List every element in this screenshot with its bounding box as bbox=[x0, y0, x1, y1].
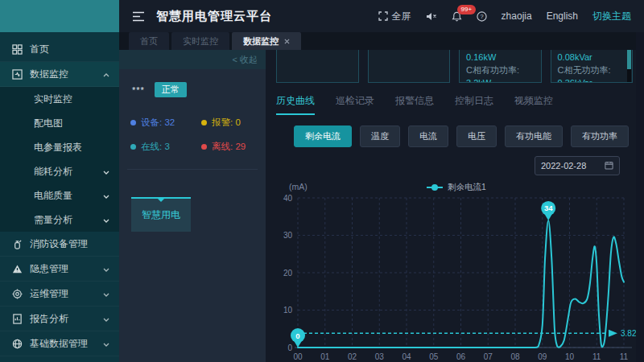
tab-alarm-info[interactable]: 报警信息 bbox=[395, 94, 434, 115]
sidebar-item-label: 报告分析 bbox=[30, 312, 68, 326]
sidebar-item-base-data[interactable]: 基础数据管理 bbox=[0, 331, 119, 356]
chart-legend[interactable]: 剩余电流1 bbox=[427, 182, 486, 193]
svg-text:10: 10 bbox=[283, 306, 293, 315]
svg-text:10: 10 bbox=[565, 352, 575, 361]
line-chart[interactable]: 010203040000102030405060708091011113.820… bbox=[276, 195, 644, 362]
date-picker[interactable]: 2022-02-28 bbox=[535, 156, 620, 175]
filter-temperature[interactable]: 温度 bbox=[360, 125, 400, 147]
svg-text:07: 07 bbox=[484, 352, 493, 361]
submenu-item-realtime[interactable]: 实时监控 bbox=[0, 87, 119, 111]
data-monitor-icon bbox=[11, 68, 23, 80]
metric-card[interactable] bbox=[368, 50, 451, 83]
mute-icon bbox=[426, 12, 437, 21]
page-title: 智慧用电管理云平台 bbox=[156, 9, 272, 24]
sidebar-item-home[interactable]: 首页 bbox=[0, 37, 119, 62]
submenu-item-energy[interactable]: 能耗分析 bbox=[0, 159, 119, 183]
tab-history-curve[interactable]: 历史曲线 bbox=[276, 94, 315, 115]
tab-video-monitor[interactable]: 视频监控 bbox=[514, 94, 553, 115]
sidebar-item-label: 首页 bbox=[30, 43, 49, 56]
help-button[interactable]: ? bbox=[477, 11, 487, 22]
tree-node-smart-power[interactable]: 智慧用电 bbox=[131, 197, 191, 232]
tab-data-monitor[interactable]: 数据监控 bbox=[232, 32, 301, 50]
sidebar-item-label: 运维管理 bbox=[30, 287, 68, 301]
notifications-button[interactable]: 99+ bbox=[452, 11, 462, 22]
svg-text:34: 34 bbox=[544, 204, 553, 212]
filter-current[interactable]: 电流 bbox=[408, 125, 448, 147]
close-icon[interactable] bbox=[284, 36, 290, 46]
submenu-item-demand[interactable]: 需量分析 bbox=[0, 208, 119, 232]
tab-home[interactable]: 首页 bbox=[129, 32, 169, 50]
svg-text:11: 11 bbox=[620, 352, 629, 361]
chevron-down-icon bbox=[103, 214, 109, 225]
svg-text:08: 08 bbox=[510, 352, 520, 361]
collapse-panel-button[interactable]: < 收起 bbox=[119, 50, 266, 69]
metric-card[interactable]: 0.16kW C相有功功率: 3.2kW bbox=[459, 50, 542, 83]
username[interactable]: zhaojia bbox=[502, 10, 532, 22]
svg-text:30: 30 bbox=[283, 231, 293, 240]
home-icon bbox=[11, 43, 23, 55]
metric-filter-buttons: 剩余电流 温度 电流 电压 有功电能 有功功率 无功功率 线电压 bbox=[294, 125, 634, 147]
masked-device-name: *** bbox=[132, 85, 145, 95]
mute-button[interactable] bbox=[426, 12, 437, 21]
sidebar-item-label: 隐患管理 bbox=[30, 262, 68, 276]
chevron-down-icon bbox=[103, 190, 109, 201]
svg-text:0: 0 bbox=[287, 343, 292, 352]
filter-residual-current[interactable]: 剩余电流 bbox=[294, 125, 352, 147]
sidebar-item-hazard[interactable]: 隐患管理 bbox=[0, 257, 119, 282]
svg-text:40: 40 bbox=[283, 195, 293, 203]
metric-card[interactable] bbox=[276, 50, 359, 83]
sidebar: 首页 数据监控 实时监控 配电图 电参量报表 能耗分析 电能质量 需量分析 bbox=[0, 0, 119, 362]
sidebar-item-fire-equipment[interactable]: 消防设备管理 bbox=[0, 232, 119, 257]
svg-text:00: 00 bbox=[293, 352, 303, 361]
hazard-icon bbox=[11, 263, 23, 274]
notification-badge: 99+ bbox=[457, 5, 477, 14]
menu-fold-icon[interactable] bbox=[132, 11, 145, 22]
tab-inspection-records[interactable]: 巡检记录 bbox=[336, 94, 374, 115]
chevron-down-icon bbox=[103, 263, 109, 274]
svg-text:04: 04 bbox=[402, 352, 411, 361]
theme-switch[interactable]: 切换主题 bbox=[592, 10, 631, 23]
sidebar-item-label: 数据监控 bbox=[30, 68, 68, 81]
stat-devices: 设备: 32 bbox=[130, 117, 201, 129]
chart-header: (mA) 剩余电流1 bbox=[276, 182, 634, 193]
fullscreen-icon bbox=[378, 11, 388, 21]
stat-online: 在线: 3 bbox=[130, 141, 201, 153]
logo-block bbox=[0, 0, 119, 32]
svg-text:06: 06 bbox=[456, 352, 466, 361]
tab-control-log[interactable]: 控制日志 bbox=[455, 94, 493, 115]
filter-voltage[interactable]: 电压 bbox=[456, 125, 497, 147]
submenu-item-quality[interactable]: 电能质量 bbox=[0, 183, 119, 208]
tab-realtime[interactable]: 实时监控 bbox=[171, 32, 229, 50]
submenu-item-report[interactable]: 电参量报表 bbox=[0, 135, 119, 159]
card-scrollbar[interactable] bbox=[627, 50, 631, 82]
svg-text:3.82: 3.82 bbox=[621, 329, 637, 338]
stat-dot bbox=[130, 144, 136, 150]
chevron-down-icon bbox=[103, 288, 109, 299]
sidebar-submenu: 实时监控 配电图 电参量报表 能耗分析 电能质量 需量分析 bbox=[0, 87, 119, 232]
submenu-item-distribution[interactable]: 配电图 bbox=[0, 111, 119, 135]
device-tree-panel: < 收起 *** 正常 设备: 32 报警: 0 在线: 3 离线: 29 智慧… bbox=[119, 50, 266, 362]
operations-icon bbox=[11, 288, 23, 299]
chevron-down-icon bbox=[103, 166, 109, 177]
svg-text:05: 05 bbox=[429, 352, 439, 361]
metric-cards: 0.16kW C相有功功率: 3.2kW 0.08kVar C相无功功率: 0.… bbox=[276, 50, 633, 83]
metric-card[interactable]: 0.08kVar C相无功功率: 0.36kVar bbox=[551, 50, 634, 83]
main-content: 0.16kW C相有功功率: 3.2kW 0.08kVar C相无功功率: 0.… bbox=[266, 50, 644, 362]
stat-alarms: 报警: 0 bbox=[201, 117, 266, 129]
header: 智慧用电管理云平台 全屏 99+ ? zhaojia English 切换主题 bbox=[119, 0, 644, 32]
detail-tabs: 历史曲线 巡检记录 报警信息 控制日志 视频监控 bbox=[276, 94, 634, 115]
tab-bar: 首页 实时监控 数据监控 bbox=[119, 32, 644, 50]
fullscreen-button[interactable]: 全屏 bbox=[378, 10, 411, 23]
question-icon: ? bbox=[477, 11, 487, 22]
sidebar-item-label: 基础数据管理 bbox=[30, 337, 88, 351]
stat-dot bbox=[201, 144, 207, 150]
fire-equipment-icon bbox=[11, 238, 23, 249]
filter-active-energy[interactable]: 有功电能 bbox=[505, 125, 563, 147]
page-scrollbar[interactable] bbox=[636, 32, 644, 362]
sidebar-item-data-monitor[interactable]: 数据监控 bbox=[0, 62, 119, 87]
language-switch[interactable]: English bbox=[547, 10, 578, 22]
filter-active-power[interactable]: 有功功率 bbox=[571, 125, 629, 147]
chevron-up-icon bbox=[103, 68, 109, 80]
sidebar-item-report-analysis[interactable]: 报告分析 bbox=[0, 306, 119, 331]
sidebar-item-operations[interactable]: 运维管理 bbox=[0, 282, 119, 306]
